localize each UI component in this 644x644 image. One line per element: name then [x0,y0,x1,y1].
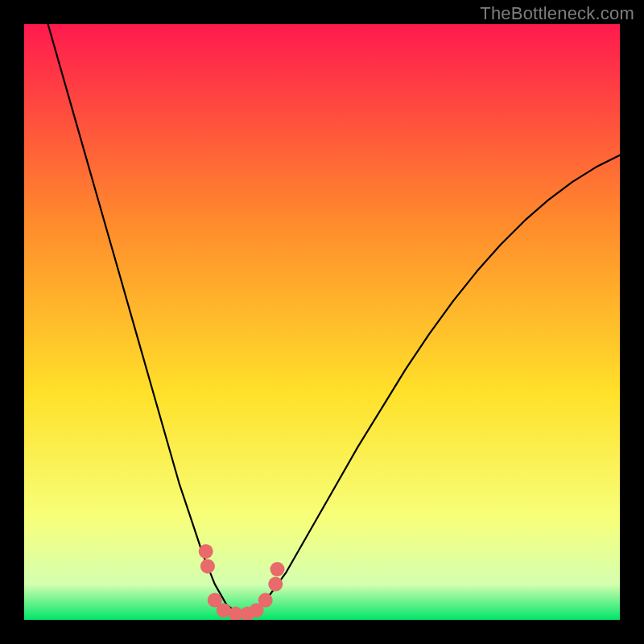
bottleneck-marker [199,544,213,559]
watermark-text: TheBottleneck.com [480,3,634,24]
bottleneck-marker [200,559,215,573]
bottleneck-chart [24,24,620,620]
plot-area [24,24,620,620]
chart-frame: TheBottleneck.com [0,0,644,644]
bottleneck-marker [268,577,283,592]
bottleneck-marker [270,562,285,576]
bottleneck-marker [258,593,273,608]
gradient-background [24,24,620,620]
